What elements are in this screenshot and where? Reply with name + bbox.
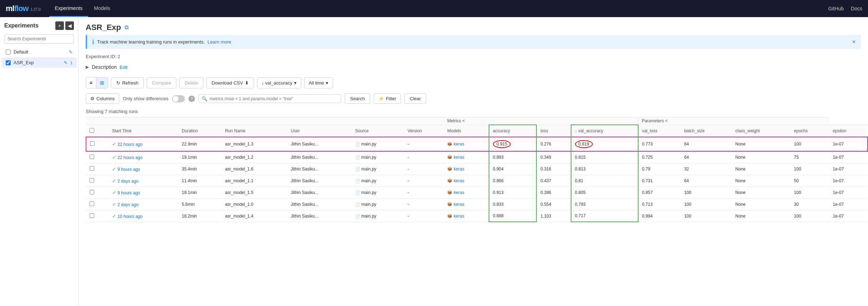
row-val-accuracy: 0.819 bbox=[571, 137, 638, 151]
start-time-link[interactable]: 22 hours ago bbox=[117, 155, 142, 160]
default-edit-icon[interactable]: ✎ bbox=[69, 50, 72, 55]
start-time-link[interactable]: 2 days ago bbox=[117, 202, 138, 207]
th-version[interactable]: Version bbox=[404, 125, 444, 137]
th-models[interactable]: Models bbox=[444, 125, 489, 137]
runs-toolbar: ≡ ⊞ ↻ Refresh Compare Delete Download CS… bbox=[79, 74, 868, 91]
refresh-icon: ↻ bbox=[116, 80, 120, 86]
add-experiment-button[interactable]: + bbox=[55, 21, 64, 30]
row-run-name: asr_model_1.0 bbox=[221, 198, 287, 210]
clear-label: Clear bbox=[410, 96, 421, 101]
description-toggle-icon[interactable]: ▶ bbox=[86, 65, 89, 70]
learn-more-link[interactable]: Learn more bbox=[208, 39, 231, 45]
sidebar-item-asr-exp[interactable]: ASR_Exp ✎ 1 bbox=[1, 57, 77, 68]
filter-button[interactable]: ⚡ Filter bbox=[374, 93, 401, 104]
docs-link[interactable]: Docs bbox=[851, 6, 862, 11]
model-link[interactable]: 📦 keras bbox=[447, 142, 485, 147]
sidebar: Experiments + ◀ Default ✎ ASR_Exp ✎ 1 bbox=[0, 17, 79, 306]
sort-select[interactable]: ↓ val_accuracy ▾ bbox=[257, 77, 301, 88]
row-epsilon: 1e-07 bbox=[829, 137, 868, 151]
model-link[interactable]: 📦 keras bbox=[447, 155, 485, 160]
source-file-icon: 📄 bbox=[355, 190, 360, 195]
th-start-time[interactable]: Start Time bbox=[108, 125, 178, 137]
th-loss[interactable]: loss bbox=[536, 125, 571, 137]
row-source: 📄 main.py bbox=[352, 198, 404, 210]
model-link[interactable]: 📦 keras bbox=[447, 190, 485, 195]
model-link[interactable]: 📦 keras bbox=[447, 178, 485, 183]
filter-search-input[interactable] bbox=[210, 96, 338, 101]
search-button[interactable]: Search bbox=[345, 93, 370, 104]
start-time-link[interactable]: 2 days ago bbox=[117, 179, 138, 184]
select-all-checkbox[interactable] bbox=[90, 128, 94, 133]
time-select[interactable]: All time ▾ bbox=[304, 77, 333, 88]
columns-label: Columns bbox=[96, 96, 115, 101]
download-csv-button[interactable]: Download CSV ⬇ bbox=[206, 77, 254, 88]
delete-label: Delete bbox=[185, 80, 198, 86]
row-accuracy: 0.833 bbox=[489, 198, 536, 210]
start-time-link[interactable]: 9 hours ago bbox=[117, 190, 140, 195]
th-source[interactable]: Source bbox=[352, 125, 404, 137]
row-checkbox[interactable] bbox=[90, 202, 94, 206]
start-time-link[interactable]: 22 hours ago bbox=[117, 142, 142, 147]
search-experiments-input[interactable] bbox=[4, 34, 74, 44]
table-row: ✓ 9 hours ago 18.1min asr_model_1.5 Jith… bbox=[86, 187, 868, 198]
row-epochs: 100 bbox=[791, 210, 829, 222]
columns-button[interactable]: ⚙ Columns bbox=[86, 93, 119, 104]
row-class-weight: None bbox=[732, 198, 790, 210]
search-box-icon: 🔍 bbox=[202, 96, 207, 101]
copy-experiment-icon[interactable]: ⧉ bbox=[125, 24, 128, 31]
nav-models[interactable]: Models bbox=[88, 0, 116, 17]
info-banner-close-icon[interactable]: ✕ bbox=[852, 39, 856, 45]
th-run-name[interactable]: Run Name bbox=[221, 125, 287, 137]
row-checkbox[interactable] bbox=[90, 166, 94, 171]
filter-row: ⚙ Columns Only show differences ? 🔍 Sear… bbox=[79, 91, 868, 107]
help-icon[interactable]: ? bbox=[188, 96, 195, 102]
sidebar-search-container bbox=[0, 33, 78, 46]
description-row: ▶ Description Edit bbox=[79, 63, 868, 74]
nav-experiments[interactable]: Experiments bbox=[49, 0, 89, 17]
grid-view-button[interactable]: ⊞ bbox=[96, 77, 108, 88]
row-source: 📄 main.py bbox=[352, 210, 404, 222]
th-duration[interactable]: Duration bbox=[178, 125, 221, 137]
model-link[interactable]: 📦 keras bbox=[447, 167, 485, 172]
refresh-button[interactable]: ↻ Refresh bbox=[111, 77, 144, 88]
experiment-id-label: Experiment ID: bbox=[86, 54, 116, 59]
val-accuracy-header-text: val_accuracy bbox=[578, 128, 603, 133]
asr-edit-icon[interactable]: ✎ bbox=[64, 60, 67, 65]
experiment-header: ASR_Exp ⧉ bbox=[79, 17, 868, 35]
th-val-loss[interactable]: val_loss bbox=[638, 125, 681, 137]
th-accuracy[interactable]: accuracy bbox=[489, 125, 536, 137]
row-checkbox[interactable] bbox=[90, 141, 95, 146]
list-view-button[interactable]: ≡ bbox=[86, 77, 96, 88]
model-link[interactable]: 📦 keras bbox=[447, 202, 485, 207]
row-checkbox[interactable] bbox=[90, 154, 94, 159]
row-loss: 0.316 bbox=[536, 163, 571, 175]
th-val-accuracy[interactable]: ↓ val_accuracy bbox=[571, 125, 638, 137]
th-batch-size[interactable]: batch_size bbox=[681, 125, 732, 137]
status-icon: ✓ bbox=[112, 202, 116, 207]
sidebar-item-default[interactable]: Default ✎ bbox=[1, 47, 77, 57]
sidebar-actions: + ◀ bbox=[55, 21, 74, 30]
row-checkbox[interactable] bbox=[90, 190, 94, 194]
clear-button[interactable]: Clear bbox=[404, 93, 426, 104]
compare-button[interactable]: Compare bbox=[147, 77, 176, 88]
asr-exp-checkbox[interactable] bbox=[6, 60, 11, 65]
delete-button[interactable]: Delete bbox=[179, 77, 203, 88]
row-checkbox[interactable] bbox=[90, 213, 94, 218]
th-epsilon[interactable]: epsilon bbox=[829, 125, 868, 137]
th-user[interactable]: User bbox=[287, 125, 352, 137]
github-link[interactable]: GitHub bbox=[828, 6, 844, 11]
description-edit-link[interactable]: Edit bbox=[120, 65, 127, 70]
th-epochs[interactable]: epochs bbox=[791, 125, 829, 137]
default-checkbox[interactable] bbox=[6, 50, 11, 55]
start-time-link[interactable]: 10 hours ago bbox=[117, 214, 142, 219]
info-banner-text: Track machine learning training runs in … bbox=[97, 39, 205, 45]
only-diff-toggle[interactable] bbox=[172, 95, 185, 102]
start-time-link[interactable]: 9 hours ago bbox=[117, 167, 140, 172]
th-class-weight[interactable]: class_weight bbox=[732, 125, 790, 137]
row-start-time: ✓ 22 hours ago bbox=[108, 137, 178, 151]
row-epsilon: 1e-07 bbox=[829, 187, 868, 198]
asr-count: 1 bbox=[70, 61, 72, 65]
collapse-sidebar-button[interactable]: ◀ bbox=[65, 21, 74, 30]
model-link[interactable]: 📦 keras bbox=[447, 214, 485, 219]
row-checkbox[interactable] bbox=[90, 178, 94, 183]
